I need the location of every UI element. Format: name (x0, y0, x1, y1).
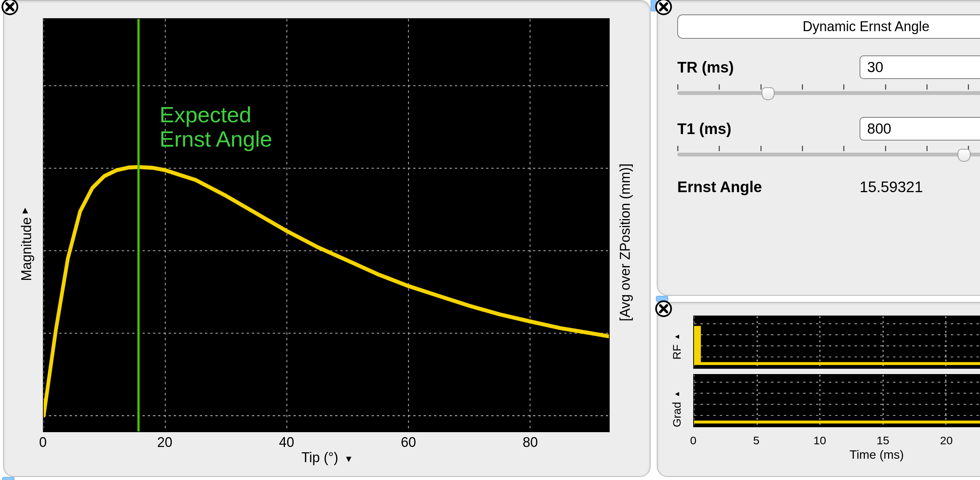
slider-thumb[interactable] (958, 149, 970, 162)
t1-label: T1 (ms) (677, 120, 859, 137)
chevron-down-icon: ▾ (346, 453, 352, 464)
xaxis-label[interactable]: Tip (°) ▾ (43, 450, 610, 466)
seq-xlabel: Time (ms) (693, 448, 980, 462)
yaxis-text: Magnitude (19, 217, 35, 281)
chevron-icon: ▸ (672, 390, 681, 399)
slider-ticks (677, 146, 980, 151)
sequence-panel: RF▸ Grad▸ (657, 302, 980, 477)
yaxis-label-right: [Avg over ZPosition (mm)] (615, 18, 635, 466)
resize-handle-icon[interactable] (2, 477, 14, 480)
grad-axis-label[interactable]: Grad▸ (670, 380, 693, 437)
chart-grid (44, 19, 609, 431)
t1-input[interactable] (859, 117, 980, 140)
rf-plot[interactable] (693, 316, 980, 369)
tr-slider[interactable] (677, 83, 980, 103)
xaxis-ticks: 0 20 40 60 80 (43, 432, 610, 450)
ernst-annotation: Expected Ernst Angle (159, 103, 272, 151)
tr-label: TR (ms) (677, 59, 859, 76)
close-icon[interactable] (2, 0, 18, 15)
ernst-angle-label: Ernst Angle (677, 178, 859, 195)
chevron-icon: ▸ (672, 333, 681, 342)
magnitude-plot-panel: Magnitude ▸ (3, 0, 651, 477)
magnitude-chart[interactable]: Expected Ernst Angle (43, 18, 610, 432)
t1-slider[interactable] (677, 144, 980, 164)
controls-panel: Dynamic Ernst Angle TR (ms) T1 (ms) (657, 0, 980, 296)
ernst-angle-value: 15.59321 (859, 178, 923, 195)
close-icon[interactable] (655, 0, 672, 15)
tr-input[interactable] (859, 56, 980, 79)
grad-plot[interactable] (693, 374, 980, 427)
slider-ticks (677, 84, 980, 90)
slider-thumb[interactable] (762, 87, 775, 100)
grad-pulse (694, 397, 980, 422)
chevron-down-icon: ▸ (18, 203, 31, 217)
yaxis-label-left[interactable]: Magnitude ▸ (15, 18, 38, 466)
rf-axis-label[interactable]: RF▸ (670, 318, 693, 375)
close-icon[interactable] (655, 300, 672, 317)
panel-title: Dynamic Ernst Angle (677, 14, 980, 39)
magnitude-curve (44, 167, 609, 416)
seq-xticks: 0 5 10 15 20 25 (693, 432, 980, 448)
